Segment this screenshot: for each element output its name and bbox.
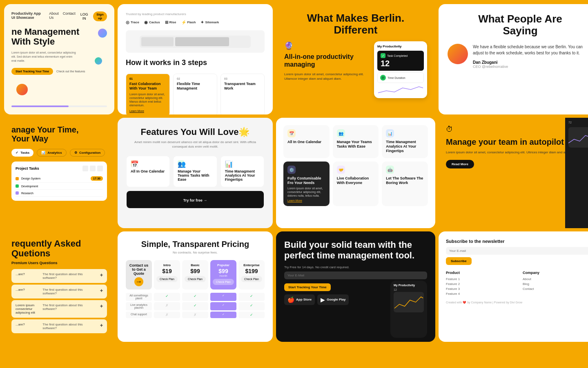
step-num-1: 01 (129, 77, 166, 80)
card-footer: Subscribe to the newsletter Subscribe Pr… (439, 231, 588, 342)
task-name-3: Research (21, 192, 33, 195)
plan-btn-popular[interactable]: Check Plan (213, 279, 234, 285)
phone-panel: 72 (565, 118, 588, 228)
phone-screen: 72 (565, 118, 588, 151)
feat-cell-2-2: ✗ (154, 302, 180, 310)
footer-company-col: Company About Blog Contact (523, 271, 588, 297)
calendar-icon: 📅 (131, 160, 137, 167)
google-play-button[interactable]: ▶ Google Play (317, 294, 349, 305)
card-all-features: 📅 All In One Calendar 👥 Manage Your Team… (276, 118, 435, 228)
steps-heading: How it works in 3 steps (126, 58, 265, 67)
features-button[interactable]: Check out the features (56, 70, 85, 73)
plan-price-popular: $99 (213, 268, 234, 274)
footer-about[interactable]: About (523, 277, 588, 281)
plan-sub-popular: month (213, 274, 234, 277)
faq-toggle-3[interactable]: + (100, 303, 103, 309)
tab-tasks[interactable]: ✓ Tasks (11, 149, 33, 157)
faq-toggle-1[interactable]: + (100, 272, 103, 278)
google-play-label: Google Play (327, 298, 345, 301)
faq-question-1: ...are? (16, 272, 42, 276)
subscribe-button[interactable]: Subscribe (446, 257, 472, 265)
hero-heading: ne ManagementWith Style (11, 27, 107, 47)
clock-icon: ⏱ (380, 75, 386, 81)
email-input[interactable] (284, 272, 427, 279)
signup-button[interactable]: Sign up (93, 11, 107, 21)
features-subtitle: Amet minim mollit non deserunt ullamco e… (127, 140, 264, 149)
tab-configuration[interactable]: ⚙ Configuration (70, 149, 105, 157)
dash-actions (82, 166, 103, 171)
footer-feature-3[interactable]: Feature 3 (446, 287, 518, 291)
faq-item-4[interactable]: ...are? The first question about this so… (11, 319, 107, 333)
footer-feature-2[interactable]: Feature 2 (446, 282, 518, 286)
faq-answer-3: The first question about this software? (42, 303, 97, 311)
phone-title: My Productivity (377, 45, 424, 48)
dash-btn-3[interactable] (97, 166, 103, 171)
feat-cell-2-5: ✓ (238, 302, 265, 310)
card-how-it-works: Trusted by leading product manufacturers… (118, 4, 273, 114)
read-more-button[interactable]: Read More (446, 160, 474, 168)
phone-display: My Productivity 12 (390, 280, 427, 338)
app-store-button[interactable]: 🍎 App Store (284, 294, 315, 305)
start-tracking-button[interactable]: Start Tracking Your Time (284, 283, 331, 291)
feat-cell-1-4: ✓ (210, 293, 236, 301)
dash-btn-2[interactable] (90, 166, 96, 171)
newsletter-section: Subscribe to the newsletter Subscribe (446, 239, 588, 265)
tasks-icon: ✓ (16, 151, 18, 155)
feat-title-6: Let The Software The Boring Work (386, 176, 424, 185)
faq-toggle-4[interactable]: + (100, 323, 103, 328)
duration-card: ⏱ Time Duration (377, 72, 424, 83)
steps-grid: 01 Fast Colaboration With Your Team Lore… (126, 74, 265, 114)
plan-btn-enterprise[interactable]: Check Plan (241, 276, 262, 282)
learn-more-link[interactable]: Learn More (129, 110, 166, 112)
step-num-3: 03 (224, 77, 261, 80)
faq-item-3[interactable]: Lorem ipsum consectetur adipiscing elit … (11, 300, 107, 318)
feat-cell-2-4: ✓ (210, 302, 236, 310)
feat-title-4: Fully Costumisable Fro Your Needs (287, 176, 325, 185)
feat-customisable: ⚙️ Fully Costumisable Fro Your Needs Lor… (283, 162, 330, 206)
faq-answer-2: The first question about this software? (42, 288, 97, 295)
dashboard-panel: Project Tasks Design System 17:30 Develo… (11, 162, 107, 201)
premium-label: Premium Users Questions (11, 261, 107, 265)
calendar-icon-2: 📅 (287, 129, 296, 137)
features-grid: 📅 All In One Calendar 👥 Manage Your Team… (127, 156, 264, 187)
plan-name-basic: Basic (185, 263, 206, 267)
nav-bar: Productivity App UI Showcase About Us Co… (11, 11, 107, 21)
learn-more-link[interactable]: Learn More (287, 199, 325, 202)
card-pricing: Simple, Transparent Pricing No contracts… (118, 231, 273, 342)
feat-row-1: All somethings planit ✓ ✓ ✓ ✓ (126, 293, 265, 301)
plan-btn-intro[interactable]: Check Plan (156, 276, 178, 282)
feat-cell-3-2: ✗ (154, 312, 180, 318)
login-button[interactable]: LOG IN (80, 11, 88, 21)
dash-btn-1[interactable] (82, 166, 88, 171)
price-cta: Contact us to Get a Quote → (126, 260, 152, 289)
footer-feature-1[interactable]: Feature 1 (446, 277, 518, 281)
footer-contact[interactable]: Contact (523, 287, 588, 291)
feat-cell-1-1: All somethings planit (126, 293, 152, 301)
footer-feature-4[interactable]: Feature 4 (446, 292, 518, 296)
faq-item-2[interactable]: ...are? The first question about this so… (11, 285, 107, 298)
feat-cell-3-5: ✓ (238, 312, 265, 318)
cta-bar: Try for free → (127, 191, 264, 208)
plan-price-basic: $99 (185, 268, 206, 274)
card-time-management: Productivity App UI Showcase About Us Co… (4, 4, 114, 114)
feature-title-3: Time Managment Analytics At Your Fingert… (225, 169, 260, 182)
email-row (284, 272, 427, 279)
faq-item-1[interactable]: ...are? The first question about this so… (11, 269, 107, 283)
track-button[interactable]: Start Tracking Your Time (11, 68, 53, 75)
cta-arrow[interactable]: → (134, 277, 143, 286)
newsletter-title: Subscribe to the newsletter (446, 239, 588, 244)
faq-toggle-2[interactable]: + (100, 288, 103, 294)
footer-blog[interactable]: Blog (523, 282, 588, 286)
product-col-title: Product (446, 271, 518, 275)
cta-title: Contact us to Get a Quote (128, 263, 149, 276)
testimonial-author: Dan Zbugani CEO @rebelnorrative (473, 60, 588, 69)
duration-label: Time Duration (388, 76, 405, 79)
feat-row-2: Live analytics plachin ✗ ✓ ✓ ✓ (126, 302, 265, 310)
berlin-left: 🔮 All-in-one productivity managing Lorem… (284, 41, 369, 81)
plan-btn-basic[interactable]: Check Plan (185, 276, 206, 282)
plan-name-intro: Intro (156, 263, 178, 267)
feat-automation: 🤖 Let The Software The Boring Work (382, 162, 428, 206)
feature-title-2: Manage Your Teams Tasks With Ease (178, 169, 212, 182)
newsletter-email-input[interactable] (446, 247, 588, 255)
tab-analytics[interactable]: 📊 Analytics (37, 149, 67, 157)
